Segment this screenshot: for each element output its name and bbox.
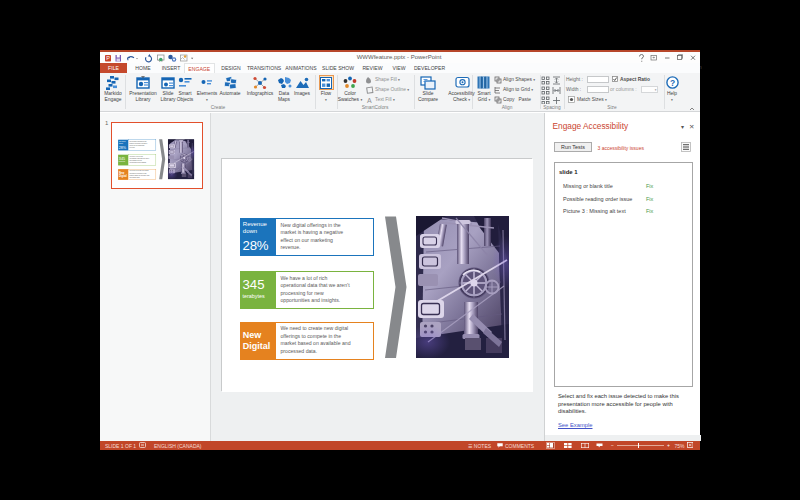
svg-text:A: A: [367, 97, 372, 104]
svg-text:P: P: [106, 55, 110, 61]
svg-text:?: ?: [670, 78, 675, 88]
